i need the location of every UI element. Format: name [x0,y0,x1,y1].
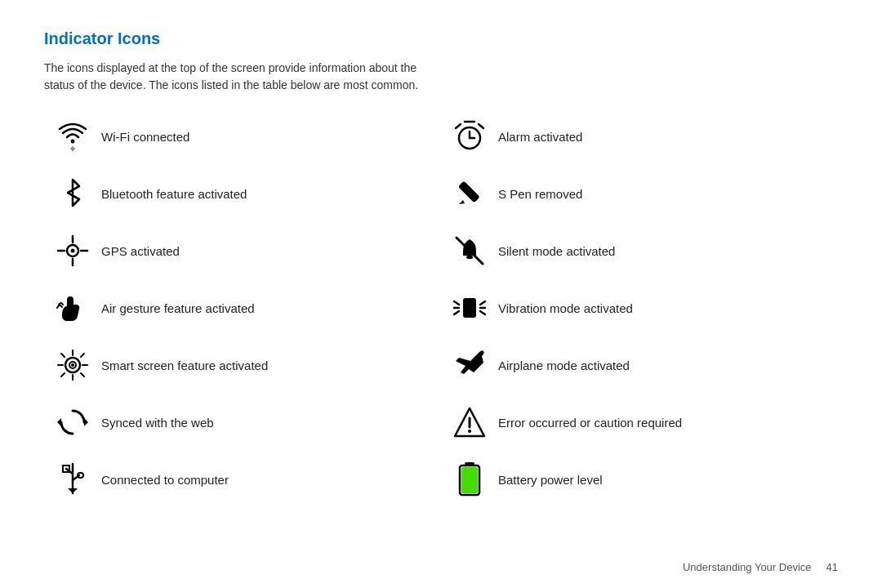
svg-line-18 [81,373,84,376]
svg-point-12 [71,363,74,367]
gps-icon [44,234,101,267]
svg-line-19 [81,354,84,357]
airgesture-label: Air gesture feature activated [101,301,255,315]
footer-text: Understanding Your Device [683,561,812,573]
sync-label: Synced with the web [101,416,214,430]
svg-line-20 [61,373,65,376]
svg-line-42 [454,311,459,314]
wifi-icon [44,121,101,152]
footer-page: 41 [826,561,838,573]
sync-icon [44,407,101,438]
list-item: Silent mode activated [441,231,838,270]
left-column: Wi-Fi connected Bluetooth feature activa… [44,117,441,517]
gps-label: GPS activated [101,244,180,258]
list-item: Alarm activated [441,117,838,156]
svg-marker-21 [84,418,88,426]
list-item: S Pen removed [441,174,838,213]
right-column: Alarm activated S Pen removed [441,117,838,517]
alarm-label: Alarm activated [498,130,582,144]
list-item: Vibration mode activated [441,288,838,327]
svg-line-45 [480,311,485,314]
silent-icon [441,236,498,265]
error-icon [441,407,498,438]
svg-line-33 [479,124,483,128]
svg-line-17 [61,354,65,357]
spen-label: S Pen removed [498,187,582,201]
list-item: Smart screen feature activated [44,345,441,385]
svg-line-43 [480,301,485,305]
airplane-icon [441,350,498,381]
wifi-label: Wi-Fi connected [101,130,189,144]
svg-rect-51 [461,467,478,493]
svg-rect-35 [458,180,480,203]
list-item: Air gesture feature activated [44,288,441,327]
battery-icon [441,462,498,497]
list-item: Error occurred or caution required [441,403,838,442]
vibration-icon [441,293,498,323]
page-title: Indicator Icons [44,29,838,48]
svg-rect-37 [466,256,473,259]
list-item: Bluetooth feature activated [44,174,441,213]
svg-rect-39 [463,298,476,318]
list-item: Airplane mode activated [441,345,838,385]
battery-label: Battery power level [498,473,603,487]
svg-marker-24 [68,488,78,493]
smartscreen-label: Smart screen feature activated [101,359,268,372]
silent-label: Silent mode activated [498,244,615,258]
svg-line-32 [456,124,461,128]
usb-icon [44,462,101,497]
svg-marker-1 [70,148,75,152]
svg-point-48 [468,430,471,433]
footer: Understanding Your Device 41 [683,561,838,573]
bluetooth-label: Bluetooth feature activated [101,187,247,201]
usb-label: Connected to computer [101,473,229,487]
list-item: GPS activated [44,231,441,270]
bluetooth-icon [44,178,101,209]
list-item: Connected to computer [44,460,441,499]
list-item: Synced with the web [44,403,441,442]
svg-point-5 [71,249,75,253]
error-label: Error occurred or caution required [498,416,682,430]
airplane-label: Airplane mode activated [498,359,630,372]
intro-text: The icons displayed at the top of the sc… [44,60,436,94]
list-item: Wi-Fi connected [44,117,441,156]
svg-marker-22 [57,418,61,426]
svg-marker-36 [459,200,465,204]
svg-line-40 [454,301,459,305]
airgesture-icon [44,292,101,324]
vibration-label: Vibration mode activated [498,301,633,315]
list-item: Battery power level [441,460,838,499]
smartscreen-icon [44,349,101,381]
alarm-icon [441,120,498,153]
spen-icon [441,179,498,208]
